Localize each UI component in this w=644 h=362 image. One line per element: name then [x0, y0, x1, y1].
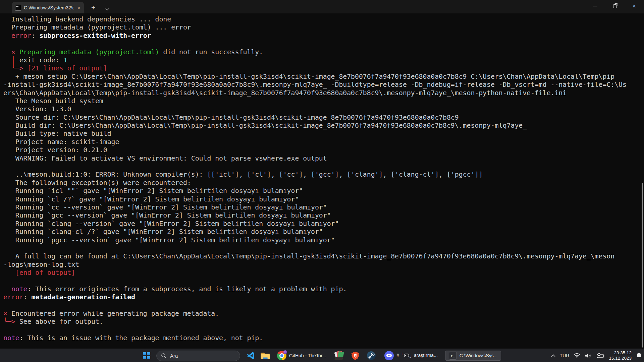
terminal-line: Running `cc --version` gave "[WinError 2…: [3, 203, 643, 212]
chrome-window-label: GitHub - TheTor...: [289, 353, 326, 358]
notification-bell-button[interactable]: [636, 352, 642, 359]
titlebar: C:\Windows\System32\cmd.e × + ×: [0, 0, 644, 13]
terminal-line: × Encountered error while generating pac…: [3, 310, 643, 318]
brave-button[interactable]: [350, 350, 360, 361]
terminal-line: Preparing metadata (pyproject.toml) ... …: [3, 23, 643, 32]
terminal-line: Running `gcc --version` gave "[WinError …: [3, 212, 643, 220]
terminal-line: Running `pgcc --version` gave "[WinError…: [3, 236, 643, 244]
wifi-icon: [574, 353, 580, 358]
speaker-icon: [585, 353, 591, 358]
system-tray: TUR 23:35: [551, 349, 642, 362]
terminal-line: Running `clang --version` gave "[WinErro…: [3, 220, 643, 228]
window-controls: ×: [586, 0, 644, 12]
volume-button[interactable]: [585, 353, 591, 358]
game-controller-icon: [404, 354, 409, 357]
chrome-window-button[interactable]: GitHub - TheTor...: [274, 350, 329, 361]
scrollbar-thumb[interactable]: [642, 183, 643, 348]
terminal-line: note: This is an issue with the package …: [3, 334, 643, 342]
terminal-line: Project version: 0.21.0: [3, 146, 643, 154]
cmd-icon: [15, 5, 21, 11]
terminal-line: The Meson build system: [3, 97, 643, 105]
search-icon: [161, 353, 166, 358]
restore-button[interactable]: [605, 0, 625, 12]
terminal-line: [3, 40, 643, 48]
taskbar-apps: Ara GitHub - TheTor...: [142, 349, 501, 362]
bell-icon: [636, 352, 642, 359]
taskbar: Ara GitHub - TheTor...: [0, 349, 644, 362]
battery-button[interactable]: [596, 353, 604, 359]
terminal-line: Build type: native build: [3, 130, 643, 138]
terminal-line: [3, 302, 643, 310]
terminal-line: │ exit code: 1: [3, 56, 643, 64]
terminal-line: Build dir: C:\Users\Chan\AppData\Local\T…: [3, 122, 643, 130]
chrome-profile-badge: [283, 350, 287, 354]
gallery-app-icon: [335, 351, 343, 360]
terminal-line: [3, 326, 643, 334]
terminal-taskbar-button[interactable]: >_ C:\Windows\Sys...: [445, 351, 501, 361]
terminal-line: The following exception(s) were encounte…: [3, 179, 643, 187]
search-label: Ara: [170, 353, 178, 359]
start-button[interactable]: [142, 351, 151, 360]
terminal-line: A full log can be found at C:\Users\Chan…: [3, 252, 643, 260]
discord-window-label: #「」araştırma...: [396, 353, 438, 359]
terminal-line: error: metadata-generation-failed: [3, 293, 643, 301]
vscode-icon: [246, 351, 255, 360]
terminal-line: WARNING: Failed to activate VS environme…: [3, 155, 643, 163]
new-tab-button[interactable]: +: [91, 4, 95, 11]
terminal-line: [end of output]: [3, 269, 643, 277]
restore-icon: [613, 4, 617, 8]
terminal-icon: >_: [449, 352, 457, 360]
tray-chevron-button[interactable]: [551, 354, 555, 357]
terminal-line: [3, 244, 643, 252]
terminal-line: note: This error originates from a subpr…: [3, 285, 643, 293]
tray-time: 23:35:12: [609, 350, 632, 356]
terminal-line: Running `clang-cl /?` gave "[WinError 2]…: [3, 228, 643, 236]
battery-charging-icon: [596, 353, 604, 359]
discord-window-button[interactable]: #「」araştırma...: [382, 350, 440, 361]
steam-icon: [367, 351, 376, 360]
close-button[interactable]: ×: [625, 0, 644, 12]
terminal-line: × Preparing metadata (pyproject.toml) di…: [3, 48, 643, 56]
terminal-line: -install-gsk3isd4\scikit-image_8e7b0076f…: [3, 81, 643, 89]
folder-icon: [261, 352, 270, 360]
terminal-line: Project name: scikit-image: [3, 138, 643, 146]
terminal-line: Installing backend dependencies ... done: [3, 15, 643, 23]
chevron-down-icon: [105, 8, 109, 10]
terminal-line: error: subprocess-exited-with-error: [3, 32, 643, 40]
minimize-button[interactable]: [586, 0, 605, 12]
tray-date: 15.12.2023: [609, 356, 632, 361]
terminal-line: -logs\meson-log.txt: [3, 261, 643, 269]
chrome-icon: [277, 351, 286, 360]
tab-close-icon[interactable]: ×: [76, 5, 81, 10]
taskbar-search[interactable]: Ara: [156, 351, 240, 361]
terminal-window: C:\Windows\System32\cmd.e × + × Installi…: [0, 0, 644, 349]
terminal-line: Running `cl /?` gave "[WinError 2] Siste…: [3, 195, 643, 203]
vscode-button[interactable]: [246, 350, 256, 361]
discord-icon: [384, 351, 394, 360]
tab-cmd[interactable]: C:\Windows\System32\cmd.e ×: [12, 2, 84, 13]
terminal-window-label: C:\Windows\Sys...: [460, 353, 498, 358]
terminal-line: [3, 163, 643, 171]
terminal-line: ╰─> [21 lines of output]: [3, 64, 643, 72]
chevron-up-icon: [551, 354, 555, 357]
terminal-line: ers\Chan\AppData\Local\Temp\pip-install-…: [3, 89, 643, 97]
tray-clock[interactable]: 23:35:12 15.12.2023: [609, 350, 632, 361]
minimize-icon: [593, 6, 597, 6]
terminal-line: Running `icl ""` gave "[WinError 2] Sist…: [3, 187, 643, 195]
terminal-line: ..\meson.build:1:0: ERROR: Unknown compi…: [3, 171, 643, 179]
tab-dropdown-button[interactable]: [105, 8, 109, 10]
file-explorer-button[interactable]: [260, 350, 270, 361]
windows-logo-icon: [143, 352, 150, 359]
steam-button[interactable]: [366, 350, 376, 361]
tab-title: C:\Windows\System32\cmd.e: [24, 5, 74, 10]
wifi-button[interactable]: [574, 353, 580, 358]
gallery-app-button[interactable]: [334, 350, 344, 361]
terminal-line: Source dir: C:\Users\Chan\AppData\Local\…: [3, 114, 643, 122]
terminal-line: Version: 1.3.0: [3, 105, 643, 113]
terminal-line: [3, 277, 643, 285]
terminal-line: + meson setup C:\Users\Chan\AppData\Loca…: [3, 73, 643, 81]
terminal-line: ╰─> See above for output.: [3, 318, 643, 326]
brave-icon: [351, 351, 359, 360]
language-indicator[interactable]: TUR: [560, 353, 570, 358]
terminal-output[interactable]: Installing backend dependencies ... done…: [3, 15, 643, 347]
